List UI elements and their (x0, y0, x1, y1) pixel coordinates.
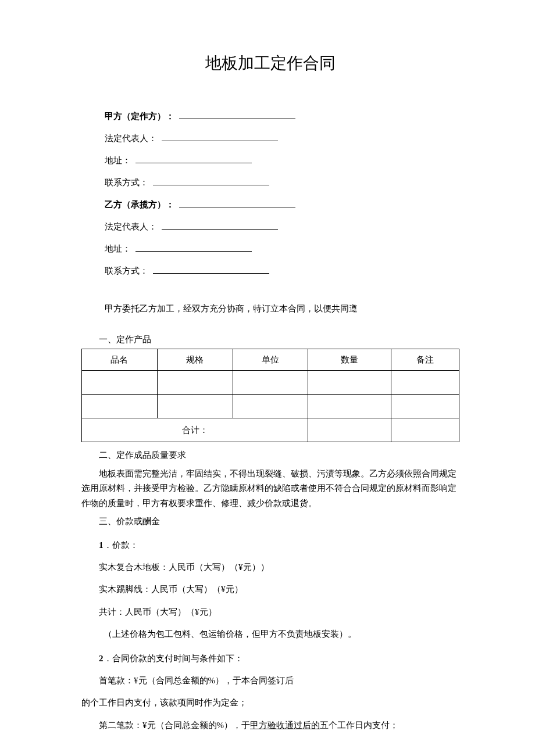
cell (391, 395, 459, 418)
total-label-cell: 合计： (82, 418, 308, 442)
party-b-label: 乙方（承揽方）： (105, 200, 174, 209)
item1-label: ．价款： (104, 540, 138, 550)
intro-paragraph: 甲方委托乙方加工，经双方充分协商，特订立本合同，以便共同遵 (105, 301, 459, 317)
table-row (82, 371, 459, 395)
party-a-blank (179, 110, 295, 119)
party-b-address-blank (135, 242, 252, 252)
cell (233, 371, 308, 395)
party-b-legalrep-blank (162, 220, 278, 230)
section-3-head: 三、价款或酬金 (81, 514, 459, 529)
party-b-contact-label: 联系方式： (105, 266, 148, 275)
cell (157, 395, 233, 418)
party-a-legalrep-blank (162, 132, 278, 141)
party-a-legalrep-line: 法定代表人： (105, 131, 459, 145)
party-a-label: 甲方（定作方）： (105, 112, 174, 121)
price-line-2: 实木踢脚线：人民币（大写）（¥元） (81, 581, 459, 598)
th-spec: 规格 (157, 349, 233, 371)
party-b-address-label: 地址： (105, 244, 131, 253)
document-page: 地板加工定作合同 甲方（定作方）： 法定代表人： 地址： 联系方式： 乙方（承揽… (0, 0, 535, 756)
cell (157, 371, 233, 395)
payment-line-3u: 甲方验收通过后的 (250, 721, 320, 730)
party-a-address-blank (135, 154, 252, 163)
item2-label: ．合同价款的支付时间与条件如下： (104, 654, 243, 663)
cell (308, 395, 391, 418)
party-b-line: 乙方（承揽方）： (105, 198, 459, 212)
document-title: 地板加工定作合同 (81, 52, 459, 74)
cell (82, 395, 158, 418)
cell (391, 371, 459, 395)
table-total-row: 合计： (82, 418, 459, 442)
payment-line-3a: 第二笔款：¥元（合同总金额的%），于 (99, 721, 250, 730)
party-a-address-line: 地址： (105, 153, 459, 167)
payment-line-3: 第二笔款：¥元（合同总金额的%），于甲方验收通过后的五个工作日内支付； (81, 717, 459, 734)
party-a-address-label: 地址： (105, 156, 131, 165)
th-name: 品名 (82, 349, 158, 371)
section-3-item1-head: 1．价款： (99, 540, 459, 551)
party-b-legalrep-label: 法定代表人： (105, 222, 157, 231)
section-3-item2-head: 2．合同价款的支付时间与条件如下： (99, 653, 459, 664)
item1-num: 1 (99, 540, 104, 550)
item2-num: 2 (99, 654, 104, 663)
price-line-4: （上述价格为包工包料、包运输价格，但甲方不负责地板安装）。 (81, 626, 459, 643)
party-b-contact-line: 联系方式： (105, 264, 459, 278)
party-a-contact-blank (153, 176, 269, 185)
th-note: 备注 (391, 349, 459, 371)
party-b-contact-blank (153, 264, 269, 274)
product-table: 品名 规格 单位 数量 备注 合计： (81, 349, 459, 442)
section-2-body: 地板表面需完整光洁，牢固结实，不得出现裂缝、破损、污渍等现象。乙方必须依照合同规… (81, 467, 459, 511)
price-line-3: 共计：人民币（大写）（¥元） (81, 604, 459, 621)
price-line-1: 实木复合木地板：人民币（大写）（¥元）） (81, 559, 459, 576)
table-header-row: 品名 规格 单位 数量 备注 (82, 349, 459, 371)
party-b-legalrep-line: 法定代表人： (105, 220, 459, 234)
cell (233, 395, 308, 418)
total-qty-cell (308, 418, 391, 442)
party-b-address-line: 地址： (105, 242, 459, 256)
payment-line-3b: 五个工作日内支付； (320, 721, 398, 730)
cell (308, 371, 391, 395)
th-unit: 单位 (233, 349, 308, 371)
payment-line-1: 首笔款：¥元（合同总金额的%），于本合同签订后 (81, 672, 459, 689)
party-a-line: 甲方（定作方）： (105, 109, 459, 123)
table-row (82, 395, 459, 418)
section-2-head: 二、定作成品质量要求 (81, 448, 459, 463)
party-a-legalrep-label: 法定代表人： (105, 134, 157, 143)
party-a-contact-line: 联系方式： (105, 175, 459, 189)
party-a-contact-label: 联系方式： (105, 178, 148, 187)
payment-line-2: 的个工作日内支付，该款项同时作为定金； (81, 694, 459, 711)
section-1-head: 一、定作产品 (99, 334, 459, 345)
cell (82, 371, 158, 395)
th-qty: 数量 (308, 349, 391, 371)
party-b-blank (179, 198, 295, 207)
total-note-cell (391, 418, 459, 442)
